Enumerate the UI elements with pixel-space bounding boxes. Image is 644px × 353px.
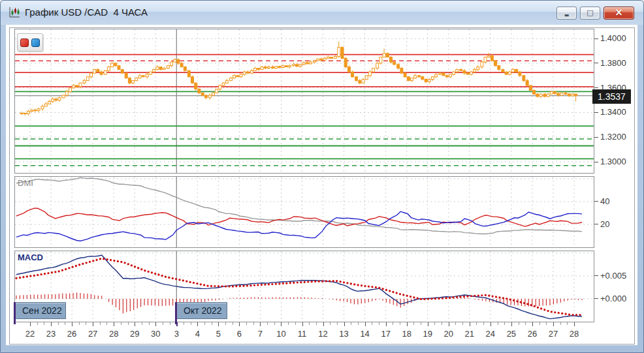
candlestick-chart-icon xyxy=(8,7,21,18)
blue-marker-button[interactable] xyxy=(31,38,40,47)
dmi-panel[interactable] xyxy=(14,176,594,248)
month-label-september: Сен 2022 xyxy=(15,302,66,319)
macd-panel[interactable] xyxy=(14,251,594,322)
titlebar[interactable]: График USD /CAD 4 ЧАСА ▬ □ × xyxy=(1,1,643,25)
maximize-button[interactable]: □ xyxy=(580,7,600,20)
macd-chart[interactable] xyxy=(15,251,594,322)
minimize-icon: ▬ xyxy=(564,12,570,18)
app-window: График USD /CAD 4 ЧАСА ▬ □ × DMI MACD Се… xyxy=(0,0,644,353)
month-marker-september xyxy=(14,302,16,324)
macd-label: MACD xyxy=(18,253,43,262)
window-controls: ▬ □ × xyxy=(556,7,634,20)
dmi-chart[interactable] xyxy=(15,177,594,247)
month-marker-october xyxy=(175,302,177,324)
current-price-tag: 1.3537 xyxy=(592,89,631,104)
month-label-october: Окт 2022 xyxy=(176,302,227,319)
maximize-icon: □ xyxy=(587,8,593,17)
dmi-label: DMI xyxy=(18,178,33,188)
price-chart[interactable] xyxy=(15,29,594,173)
chart-toolbar xyxy=(17,33,43,52)
close-icon: × xyxy=(615,7,623,18)
price-panel[interactable] xyxy=(14,29,594,174)
minimize-button[interactable]: ▬ xyxy=(556,7,577,20)
window-title: График USD /CAD 4 ЧАСА xyxy=(25,7,148,18)
close-button[interactable]: × xyxy=(604,7,634,20)
red-marker-button[interactable] xyxy=(20,38,29,47)
